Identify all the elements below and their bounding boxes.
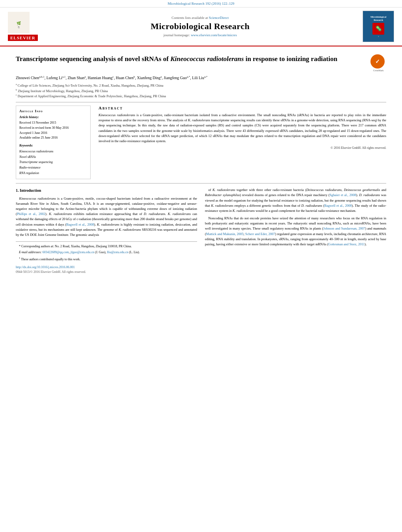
authors: Zhouwei Chena,b,1, Lufeng Lia,1, Zhan Sh… (16, 75, 386, 81)
cite-scherr-2007[interactable]: Scherr and Eder, 2007 (245, 232, 275, 236)
footnote-equal: 1 These authors contributed equally to t… (16, 256, 197, 262)
keyword-3: Transcriptome sequencing (19, 159, 87, 165)
article-history-label: Article history: (19, 115, 87, 119)
intro-para-3: Noncoding RNAs that do not encode protei… (205, 216, 386, 247)
crossmark-badge: ✓ CrossMark (370, 54, 386, 72)
elsevier-logo: 🌿 ⚗ ELSEVIER (8, 12, 38, 41)
homepage-url[interactable]: www.elsevier.com/locate/micres (191, 33, 237, 37)
section-divider (16, 102, 386, 102)
article-title: Transcriptome sequencing analysis of nov… (16, 54, 367, 64)
issn-line: 0944-5013/© 2016 Elsevier GmbH. All righ… (16, 270, 197, 274)
journal-homepage: journal homepage: www.elsevier.com/locat… (38, 33, 363, 37)
doi-link[interactable]: http://dx.doi.org/10.1016/j.micres.2016.… (16, 265, 197, 270)
cite-bagwell-2008-1[interactable]: Bagwell et al., 2008 (66, 222, 94, 226)
date-accepted: Accepted 1 June 2016 (19, 131, 87, 136)
affiliations: a College of Life Sciences, Zhejiang Sci… (16, 83, 386, 99)
footnote-email: E-mail addresses: 603422689@qq.com, jfgu… (16, 250, 197, 255)
email-link-1[interactable]: 603422689@qq.com (43, 250, 69, 254)
header-main: 🌿 ⚗ ELSEVIER Contents lists available at… (0, 7, 402, 46)
header-center: Contents lists available at ScienceDirec… (38, 16, 363, 37)
intro-para-1: Kineococcus radiotolerans is a Gram-posi… (16, 196, 197, 237)
keyword-1: Kineococcus radiotolerans (19, 149, 87, 154)
footnote-corresponding: * Corresponding authors at: No. 2 Road, … (16, 244, 197, 249)
cite-bagwell-2008-2[interactable]: Bagwell et al., 2008 (324, 204, 352, 208)
keywords-list: Kineococcus radiotolerans Novel sRNAs Tr… (19, 149, 87, 176)
page: Microbiological Research 192 (2016) 122–… (0, 0, 402, 532)
body-col-left: 1. Introduction Kineococcus radiotoleran… (16, 187, 197, 274)
cite-johnson-2007[interactable]: Johnson and Sundaresan, 2007 (323, 226, 365, 230)
journal-ref: Microbiological Research 192 (2016) 122–… (168, 2, 234, 6)
email-link-3[interactable]: lliu@zstu.edu.cn (107, 250, 128, 254)
abstract-text: Kineococcus radiotolerans is a Gram-posi… (99, 113, 386, 144)
date-online: Available online 25 June 2016 (19, 135, 87, 141)
article-info-title: Article Info (19, 109, 87, 113)
sciencedirect-link[interactable]: ScienceDirect (209, 16, 229, 20)
journal-title: Microbiological Research (38, 21, 363, 32)
body-columns: 1. Introduction Kineococcus radiotoleran… (16, 187, 386, 274)
affiliation-a: a College of Life Sciences, Zhejiang Sci… (16, 83, 386, 88)
elsevier-tree-icon: 🌿 ⚗ (8, 12, 30, 33)
article-info-box: Article Info Article history: Received 1… (16, 106, 91, 179)
cite-sghaier-2008[interactable]: Sghaier et al., 2008 (329, 193, 356, 197)
date-revised: Received in revised form 30 May 2016 (19, 126, 87, 131)
keyword-5: RNA regulation (19, 171, 87, 176)
article-info-abstract: Article Info Article history: Received 1… (16, 106, 386, 179)
footnotes: * Corresponding authors at: No. 2 Road, … (16, 241, 197, 262)
keyword-2: Novel sRNAs (19, 154, 87, 160)
journal-ref-bar: Microbiological Research 192 (2016) 122–… (0, 0, 402, 7)
body-divider (16, 183, 386, 184)
email-link-2[interactable]: jfguo@zstu.edu.cn (71, 250, 94, 254)
abstract-title: Abstract (99, 106, 386, 110)
article-title-section: Transcriptome sequencing analysis of nov… (16, 50, 386, 72)
article-dates: Received 13 November 2015 Received in re… (19, 120, 87, 141)
cite-mattick-2005[interactable]: Mattick and Makunin, 2005 (206, 232, 244, 236)
elsevier-wordmark: ELSEVIER (8, 35, 38, 41)
article-body: Transcriptome sequencing analysis of nov… (0, 46, 402, 279)
crossmark-icon: ✓ (370, 54, 385, 69)
intro-heading: 1. Introduction (16, 187, 197, 194)
journal-thumbnail: Microbiological Research 🦠 3 (363, 11, 394, 42)
body-col-right: of K. radiotolerans together with three … (205, 187, 386, 274)
keyword-4: Radio-resistance (19, 165, 87, 171)
doi-section: http://dx.doi.org/10.1016/j.micres.2016.… (16, 265, 197, 275)
keywords-label: Keywords: (19, 144, 87, 147)
date-received: Received 13 November 2015 (19, 120, 87, 126)
svg-text:🌿: 🌿 (17, 21, 21, 26)
copyright-line: © 2016 Elsevier GmbH. All rights reserve… (99, 146, 386, 150)
journal-header: Microbiological Research 192 (2016) 122–… (0, 0, 402, 46)
affiliation-b: b Zhejiang Institute of Microbiology, Ha… (16, 88, 386, 94)
svg-text:⚗: ⚗ (17, 26, 20, 29)
cite-gottesman-2011[interactable]: Gottesman and Storz, 2011 (328, 242, 365, 246)
contents-available-line: Contents lists available at ScienceDirec… (38, 16, 363, 20)
affiliation-c: c Department of Applied Engineering, Zhe… (16, 93, 386, 99)
abstract-section: Abstract Kineococcus radiotolerans is a … (99, 106, 386, 179)
cite-phillips-2002[interactable]: Phillips et al., 2002 (17, 212, 45, 216)
intro-para-2: of K. radiotolerans together with three … (205, 187, 386, 213)
